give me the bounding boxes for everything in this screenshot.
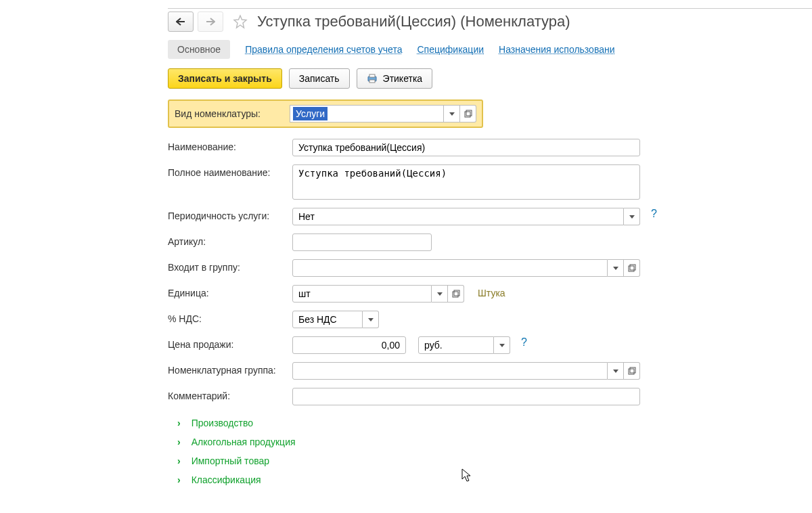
sku-input[interactable] bbox=[292, 233, 432, 251]
vat-dropdown[interactable] bbox=[363, 311, 379, 328]
nomenclature-type-dropdown[interactable] bbox=[444, 105, 460, 122]
svg-rect-3 bbox=[465, 112, 470, 117]
tab-uses[interactable]: Назначения использовани bbox=[499, 44, 614, 55]
tabs: Основное Правила определения счетов учет… bbox=[168, 40, 812, 59]
period-label: Периодичность услуги: bbox=[168, 208, 286, 221]
chevron-down-icon bbox=[368, 318, 374, 321]
forward-button[interactable] bbox=[198, 12, 223, 32]
svg-rect-5 bbox=[629, 266, 634, 271]
svg-rect-10 bbox=[630, 367, 635, 373]
open-icon bbox=[464, 110, 472, 118]
period-dropdown[interactable] bbox=[624, 208, 640, 225]
printer-icon bbox=[367, 74, 378, 83]
save-close-button[interactable]: Записать и закрыть bbox=[168, 68, 282, 89]
price-label: Цена продажи: bbox=[168, 336, 286, 350]
nomenclature-type-label: Вид номенклатуры: bbox=[175, 108, 283, 119]
tab-specs[interactable]: Спецификации bbox=[417, 44, 484, 55]
chevron-right-icon: › bbox=[177, 437, 181, 447]
chevron-down-icon bbox=[499, 344, 505, 347]
fullname-input[interactable] bbox=[292, 164, 640, 200]
nomgroup-open[interactable] bbox=[624, 362, 640, 380]
group-input[interactable] bbox=[292, 259, 608, 277]
chevron-down-icon bbox=[437, 292, 443, 296]
svg-rect-7 bbox=[453, 292, 458, 297]
open-icon bbox=[628, 367, 636, 375]
chevron-down-icon bbox=[613, 370, 618, 373]
section-alcohol[interactable]: ›Алкогольная продукция bbox=[168, 432, 812, 451]
unit-hint: Штука bbox=[478, 285, 505, 298]
period-help[interactable]: ? bbox=[651, 208, 657, 220]
chevron-down-icon bbox=[613, 267, 618, 270]
svg-rect-6 bbox=[630, 265, 635, 270]
nomenclature-type-value: Услуги bbox=[293, 107, 328, 120]
section-classification[interactable]: ›Классификация bbox=[168, 470, 812, 489]
svg-rect-1 bbox=[369, 74, 375, 77]
star-icon bbox=[233, 14, 248, 29]
chevron-down-icon bbox=[449, 112, 455, 116]
unit-input[interactable] bbox=[292, 285, 432, 303]
chevron-right-icon: › bbox=[177, 455, 181, 466]
label-button[interactable]: Этикетка bbox=[357, 68, 433, 89]
section-production[interactable]: ›Производство bbox=[168, 414, 812, 432]
back-button[interactable] bbox=[168, 12, 194, 32]
arrow-left-icon bbox=[176, 18, 185, 26]
fullname-label: Полное наименование: bbox=[168, 164, 286, 178]
vat-input[interactable] bbox=[292, 311, 363, 328]
tab-main[interactable]: Основное bbox=[168, 40, 230, 59]
comment-label: Комментарий: bbox=[168, 388, 286, 401]
currency-dropdown[interactable] bbox=[494, 336, 510, 354]
name-input[interactable] bbox=[292, 139, 640, 156]
price-input[interactable] bbox=[292, 336, 406, 354]
save-button[interactable]: Записать bbox=[289, 68, 350, 89]
nomenclature-type-input[interactable]: Услуги bbox=[290, 105, 444, 122]
open-icon bbox=[628, 264, 636, 272]
currency-input[interactable] bbox=[418, 336, 494, 354]
svg-rect-8 bbox=[454, 290, 459, 296]
favorite-star[interactable] bbox=[230, 12, 250, 32]
nomenclature-type-open[interactable] bbox=[460, 105, 476, 122]
vat-label: % НДС: bbox=[168, 311, 286, 324]
sku-label: Артикул: bbox=[168, 233, 286, 247]
tab-rules[interactable]: Правила определения счетов учета bbox=[245, 44, 402, 55]
toolbar: Записать и закрыть Записать Этикетка bbox=[168, 68, 812, 89]
group-open[interactable] bbox=[624, 259, 640, 277]
chevron-down-icon bbox=[629, 215, 635, 219]
price-help[interactable]: ? bbox=[521, 336, 527, 349]
unit-open[interactable] bbox=[448, 285, 464, 303]
period-input[interactable] bbox=[292, 208, 624, 225]
name-label: Наименование: bbox=[168, 139, 286, 152]
nomgroup-dropdown[interactable] bbox=[608, 362, 624, 380]
label-button-text: Этикетка bbox=[383, 73, 423, 84]
section-import[interactable]: ›Импортный товар bbox=[168, 451, 812, 470]
group-dropdown[interactable] bbox=[608, 259, 624, 277]
chevron-right-icon: › bbox=[177, 418, 181, 428]
open-icon bbox=[452, 290, 460, 298]
arrow-right-icon bbox=[206, 18, 215, 26]
group-label: Входит в группу: bbox=[168, 259, 286, 273]
unit-label: Единица: bbox=[168, 285, 286, 298]
svg-rect-9 bbox=[629, 369, 634, 374]
chevron-right-icon: › bbox=[177, 474, 181, 485]
comment-input[interactable] bbox=[292, 388, 640, 405]
nomgroup-label: Номенклатурная группа: bbox=[168, 362, 286, 376]
unit-dropdown[interactable] bbox=[432, 285, 448, 303]
page-title: Уступка требований(Цессия) (Номенклатура… bbox=[257, 13, 570, 30]
nomenclature-type-row: Вид номенклатуры: Услуги bbox=[168, 99, 483, 128]
svg-rect-4 bbox=[466, 110, 472, 116]
nomgroup-input[interactable] bbox=[292, 362, 608, 380]
svg-rect-2 bbox=[369, 80, 375, 83]
